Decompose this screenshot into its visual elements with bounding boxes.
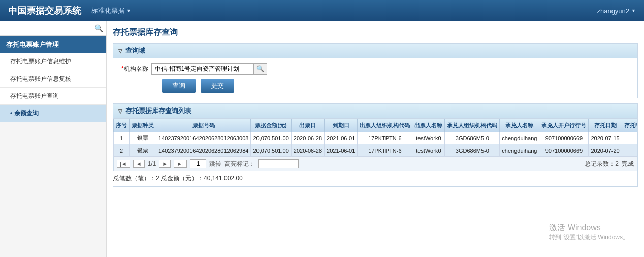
table-cell: 907100000669 (539, 132, 589, 144)
org-input[interactable] (152, 64, 253, 74)
page-last-btn[interactable]: ►| (174, 160, 187, 168)
table-cell: 14023792001642020628012063008 (156, 132, 251, 144)
table-cell: 17PKTPTN-6 (358, 132, 412, 144)
table-cell: 17PKTPTN-6 (358, 144, 412, 157)
query-section-header: ▽ 查询域 (113, 44, 637, 58)
sidebar-item-account-query[interactable]: 存托电票账户查询 (0, 88, 106, 105)
th-acceptor-bank: 承兑人开户行行号 (539, 119, 589, 132)
org-input-wrap: 🔍 (151, 63, 267, 75)
total-records-label: 总记录数：2 (585, 160, 619, 168)
query-section: ▽ 查询域 *机构名称 🔍 查询 提交 (113, 43, 638, 98)
table-cell: 2020-06-28 (291, 132, 324, 144)
header-left: 中国票据交易系统 标准化票据 ▼ (8, 5, 131, 17)
page-title: 存托票据库存查询 (113, 27, 638, 38)
th-type: 票据种类 (130, 119, 156, 132)
table-cell: 20,070,501.00 (251, 132, 291, 144)
table-cell: 2021-06-01 (325, 144, 358, 157)
user-arrow: ▼ (631, 8, 636, 13)
sidebar: 🔍 存托电票账户管理 存托电票账户信息维护 存托电票账户信息复核 存托电票账户查… (0, 21, 107, 257)
user-menu[interactable]: zhangyun2 ▼ (597, 7, 636, 15)
main-content: 存托票据库存查询 ▽ 查询域 *机构名称 🔍 查询 (107, 21, 644, 257)
table-cell: testWork0 (412, 144, 445, 157)
sidebar-item-info-review[interactable]: 存托电票账户信息复核 (0, 70, 106, 88)
main-layout: 🔍 存托电票账户管理 存托电票账户信息维护 存托电票账户信息复核 存托电票账户查… (0, 21, 644, 257)
nav-arrow: ▼ (126, 8, 131, 13)
org-label: *机构名称 (121, 65, 148, 74)
org-search-icon[interactable]: 🔍 (253, 64, 267, 74)
page-first-btn[interactable]: |◄ (117, 160, 130, 168)
sidebar-item-balance-query[interactable]: • 余额查询 (0, 105, 106, 122)
table-cell: 银票 (130, 144, 156, 157)
table-cell: TW0MJCDG (622, 132, 637, 144)
status-done: 完成 (622, 160, 634, 168)
th-trust-applicant: 存托申请人组织机构代码 (622, 119, 637, 132)
table-cell: 2020-07-20 (589, 144, 622, 157)
table-cell: chengduihang (500, 132, 539, 144)
result-table-wrap: 序号 票据种类 票据号码 票据金额(元) 出票日 到期日 出票人组织机构代码 出… (113, 119, 637, 157)
user-label: zhangyun2 (597, 7, 629, 15)
table-cell: 2020-06-28 (291, 144, 324, 157)
highlight-input[interactable] (258, 159, 299, 168)
table-cell: 2020-07-15 (589, 132, 622, 144)
query-button[interactable]: 查询 (162, 79, 196, 93)
page-input[interactable] (190, 159, 206, 168)
table-cell: 2 (114, 144, 130, 157)
table-cell: 3GD686M5-0 (445, 144, 500, 157)
nav-label: 标准化票据 (91, 6, 124, 15)
result-section-label: 存托票据库存查询列表 (125, 106, 191, 116)
page-prev-btn[interactable]: ◄ (133, 160, 145, 168)
result-toggle[interactable]: ▽ (118, 108, 122, 114)
search-icon[interactable]: 🔍 (94, 24, 103, 32)
result-section-header: ▽ 存托票据库存查询列表 (113, 104, 637, 119)
summary-row: 总笔数（笔）：2 总金额（元）：40,141,002.00 (113, 171, 637, 186)
sidebar-item-info-maintain[interactable]: 存托电票账户信息维护 (0, 53, 106, 70)
app-title: 中国票据交易系统 (8, 5, 81, 17)
page-info: 1/1 (148, 160, 156, 167)
th-amount: 票据金额(元) (251, 119, 291, 132)
table-cell: 银票 (130, 132, 156, 144)
table-cell: 2021-06-01 (325, 132, 358, 144)
table-cell: testWork0 (412, 132, 445, 144)
highlight-label: 高亮标记： (224, 160, 255, 168)
table-cell: TW0MJCDG (622, 144, 637, 157)
th-seq: 序号 (114, 119, 130, 132)
nav-menu[interactable]: 标准化票据 ▼ (91, 6, 131, 15)
page-next-btn[interactable]: ► (159, 160, 171, 168)
table-cell: 1 (114, 132, 130, 144)
jump-label: 跳转 (209, 160, 221, 168)
query-section-body: *机构名称 🔍 查询 提交 (113, 58, 637, 98)
table-cell: 3GD686M5-0 (445, 132, 500, 144)
sidebar-section-title: 存托电票账户管理 (0, 36, 106, 53)
table-cell: 20,070,501.00 (251, 144, 291, 157)
query-section-label: 查询域 (125, 46, 145, 55)
table-row[interactable]: 1银票1402379200164202062801206300820,070,5… (114, 132, 638, 144)
query-toggle[interactable]: ▽ (118, 48, 122, 54)
th-acceptor-name: 承兑人名称 (500, 119, 539, 132)
table-row[interactable]: 2银票1402379200164202062801206298420,070,5… (114, 144, 638, 157)
submit-button[interactable]: 提交 (201, 79, 234, 93)
result-section: ▽ 存托票据库存查询列表 序号 票据种类 票据号码 票据金额(元) 出票日 到期… (113, 103, 638, 187)
table-cell: 907100000669 (539, 144, 589, 157)
header: 中国票据交易系统 标准化票据 ▼ zhangyun2 ▼ (0, 0, 644, 21)
th-issue-date: 出票日 (291, 119, 324, 132)
th-due-date: 到期日 (325, 119, 358, 132)
th-number: 票据号码 (156, 119, 251, 132)
th-issuer-org: 出票人组织机构代码 (358, 119, 412, 132)
table-body: 1银票1402379200164202062801206300820,070,5… (114, 132, 638, 157)
th-trust-date: 存托日期 (589, 119, 622, 132)
th-issuer-name: 出票人名称 (412, 119, 445, 132)
result-table: 序号 票据种类 票据号码 票据金额(元) 出票日 到期日 出票人组织机构代码 出… (113, 119, 637, 157)
table-header-row: 序号 票据种类 票据号码 票据金额(元) 出票日 到期日 出票人组织机构代码 出… (114, 119, 638, 132)
table-cell: 14023792001642020628012062984 (156, 144, 251, 157)
pagination: |◄ ◄ 1/1 ► ►| 跳转 高亮标记： 总记录数：2 完成 (113, 157, 637, 171)
query-btn-row: 查询 提交 (162, 79, 629, 93)
table-cell: chengduihang (500, 144, 539, 157)
th-acceptor-org: 承兑人组织机构代码 (445, 119, 500, 132)
sidebar-search-bar: 🔍 (0, 21, 106, 36)
org-form-row: *机构名称 🔍 (121, 63, 629, 75)
